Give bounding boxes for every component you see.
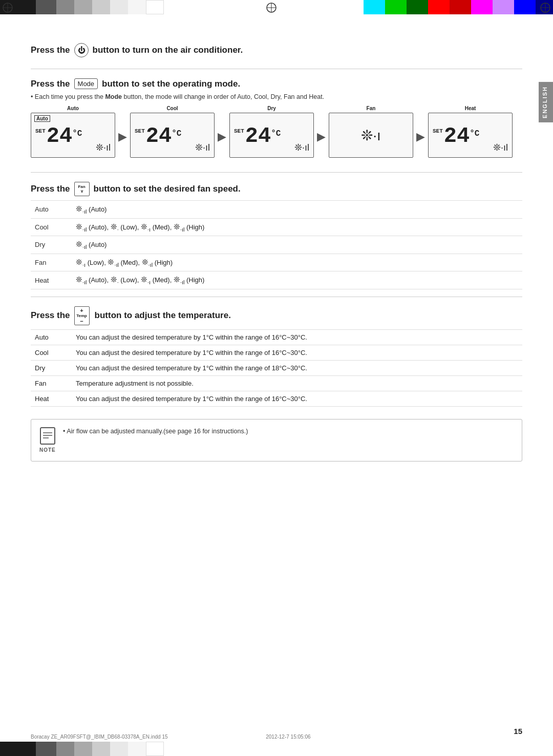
lcd-auto-wrapper: Auto Auto SET 24 °C ❊·ıl bbox=[31, 106, 115, 158]
temp-button-icon: + Temp − bbox=[74, 306, 90, 325]
temp-mode-dry: Dry bbox=[31, 360, 72, 375]
reg-mark-tr bbox=[540, 2, 551, 13]
temp-range-table: Auto You can adjust the desired temperat… bbox=[31, 329, 522, 407]
lcd-cool-fan-icon: ❊·ıl bbox=[195, 142, 210, 153]
arrow-1: ▶ bbox=[118, 130, 127, 143]
lcd-dry-label: Dry bbox=[267, 106, 276, 111]
temp-label: Temp bbox=[76, 313, 87, 318]
fan-row-fan: Fan ❊·ı (Low), ❊·ıl (Med), ❊·ıl (High) bbox=[31, 254, 522, 271]
fan-desc-fan: ❊·ı (Low), ❊·ıl (Med), ❊·ıl (High) bbox=[72, 254, 522, 271]
lcd-cool-display: SET 24 °C ❊·ıl bbox=[130, 113, 215, 158]
lcd-heat-wrapper: Heat SET 24 °C ❊·ıl bbox=[428, 106, 513, 158]
lcd-auto-fan-icon: ❊·ıl bbox=[96, 142, 111, 153]
temp-desc-dry: You can adjust the desired temperature b… bbox=[72, 360, 522, 375]
bullet-suffix: button, the mode will change in order of… bbox=[122, 93, 324, 100]
lcd-dry-set: SET bbox=[234, 129, 244, 134]
fan-speed-table: Auto ❊·ıl (Auto) Cool ❊·ıl (Auto), ❊· (L… bbox=[31, 200, 522, 289]
bullet-bold: Mode bbox=[105, 93, 122, 100]
lcd-auto-temp: SET 24 °C bbox=[35, 125, 82, 147]
lcd-fan-wrapper: Fan ❊·ı bbox=[329, 106, 413, 158]
section-mode: Press the Mode button to set the operati… bbox=[31, 69, 522, 170]
note-document-icon bbox=[39, 427, 56, 447]
footer-filename: Boracay ZE_AR09FSFT@_IBIM_DB68-03378A_EN… bbox=[31, 734, 168, 740]
lcd-heat-set: SET bbox=[433, 129, 443, 134]
temp-desc-fan: Temperature adjustment is not possible. bbox=[72, 375, 522, 391]
power-button-icon: ⏻ bbox=[74, 43, 89, 57]
fan-desc-auto: ❊·ıl (Auto) bbox=[72, 201, 522, 219]
lcd-cool-set: SET bbox=[135, 129, 145, 134]
bullet-prefix: Each time you press the bbox=[35, 93, 105, 100]
fan-mode-cool: Cool bbox=[31, 218, 72, 236]
main-content: Press the ⏻ button to turn on the air co… bbox=[31, 41, 522, 715]
lcd-fan-icon: ❊·ı bbox=[361, 127, 381, 144]
lcd-auto-display: Auto SET 24 °C ❊·ıl bbox=[31, 113, 115, 158]
temp-row-heat: Heat You can adjust the desired temperat… bbox=[31, 391, 522, 406]
arrow-2: ▶ bbox=[218, 130, 226, 143]
footer-date: 2012-12-7 15:05:06 bbox=[266, 734, 310, 740]
section-temp: Press the + Temp − button to adjust the … bbox=[31, 297, 522, 412]
note-content: • Air flow can be adjusted manually.(see… bbox=[63, 427, 248, 435]
bottom-color-bar bbox=[0, 742, 553, 756]
color-bar-left bbox=[0, 0, 195, 14]
fan-button-icon: Fan ∨ bbox=[74, 182, 90, 196]
reg-mark-tl bbox=[2, 2, 13, 13]
mode-button-icon: Mode bbox=[74, 78, 98, 89]
lcd-auto-number: 24 bbox=[47, 125, 72, 147]
section-fan-title: Press the Fan ∨ button to set the desire… bbox=[31, 182, 522, 196]
lcd-dry-temp: SET 24 °C bbox=[234, 125, 281, 147]
fan-title-suffix: button to set the desired fan speed. bbox=[94, 184, 241, 194]
lcd-cool-label: Cool bbox=[166, 106, 178, 111]
lcd-auto-label: Auto bbox=[67, 106, 79, 111]
fan-desc-dry: ❊·ıl (Auto) bbox=[72, 236, 522, 254]
note-icon-wrapper: NOTE bbox=[39, 427, 56, 454]
fan-row-auto: Auto ❊·ıl (Auto) bbox=[31, 201, 522, 219]
svg-rect-18 bbox=[40, 428, 55, 444]
color-bar-right bbox=[364, 0, 553, 14]
lcd-dry-fan-icon: ❊·ıl bbox=[294, 142, 309, 153]
reg-mark-tc bbox=[266, 2, 277, 13]
fan-mode-heat: Heat bbox=[31, 271, 72, 289]
fan-mode-auto: Auto bbox=[31, 201, 72, 219]
lcd-heat-display: SET 24 °C ❊·ıl bbox=[428, 113, 513, 158]
lcd-auto-mode-label: Auto bbox=[34, 115, 50, 122]
note-label: NOTE bbox=[39, 447, 56, 453]
temp-title-suffix: button to adjust the temperature. bbox=[95, 310, 231, 321]
temp-row-dry: Dry You can adjust the desired temperatu… bbox=[31, 360, 522, 375]
temp-mode-auto: Auto bbox=[31, 329, 72, 345]
lcd-cool-number: 24 bbox=[146, 125, 172, 147]
temp-row-fan: Fan Temperature adjustment is not possib… bbox=[31, 375, 522, 391]
temp-press-label: Press the bbox=[31, 310, 70, 321]
section-power-title: Press the ⏻ button to turn on the air co… bbox=[31, 43, 522, 57]
temp-desc-heat: You can adjust the desired temperature b… bbox=[72, 391, 522, 406]
side-language-label: ENGLISH bbox=[539, 82, 553, 122]
lcd-heat-fan-icon: ❊·ıl bbox=[493, 142, 508, 153]
fan-row-heat: Heat ❊·ıl (Auto), ❊· (Low), ❊·ı (Med), ❊… bbox=[31, 271, 522, 289]
temp-desc-cool: You can adjust the desired temperature b… bbox=[72, 345, 522, 360]
fan-mode-fan: Fan bbox=[31, 254, 72, 271]
lcd-dry-deg: °C bbox=[271, 130, 281, 138]
lcd-heat-number: 24 bbox=[444, 125, 470, 147]
temp-desc-auto: You can adjust the desired temperature b… bbox=[72, 329, 522, 345]
mode-bullet: • Each time you press the Mode button, t… bbox=[31, 93, 522, 100]
mode-title-suffix: button to set the operating mode. bbox=[102, 79, 240, 89]
section-power: Press the ⏻ button to turn on the air co… bbox=[31, 41, 522, 67]
lcd-auto-deg: °C bbox=[72, 130, 82, 138]
section-mode-title: Press the Mode button to set the operati… bbox=[31, 78, 522, 89]
fan-press-label: Press the bbox=[31, 184, 70, 194]
lcd-heat-deg: °C bbox=[470, 130, 479, 138]
temp-row-cool: Cool You can adjust the desired temperat… bbox=[31, 345, 522, 360]
temp-mode-heat: Heat bbox=[31, 391, 72, 406]
lcd-auto-set: SET bbox=[35, 129, 46, 134]
lcd-dry-wrapper: Dry SET 24 °C ❊·ıl bbox=[229, 106, 314, 158]
lcd-fan-label: Fan bbox=[367, 106, 376, 111]
fan-desc-heat: ❊·ıl (Auto), ❊· (Low), ❊·ı (Med), ❊·ıl (… bbox=[72, 271, 522, 289]
fan-row-cool: Cool ❊·ıl (Auto), ❊· (Low), ❊·ı (Med), ❊… bbox=[31, 218, 522, 236]
footer-info: Boracay ZE_AR09FSFT@_IBIM_DB68-03378A_EN… bbox=[31, 734, 311, 740]
lcd-mode-row: Auto Auto SET 24 °C ❊·ıl ▶ Cool SET bbox=[31, 106, 522, 158]
fan-mode-dry: Dry bbox=[31, 236, 72, 254]
press-the-label: Press the bbox=[31, 45, 70, 55]
temp-row-auto: Auto You can adjust the desired temperat… bbox=[31, 329, 522, 345]
lcd-cool-wrapper: Cool SET 24 °C ❊·ıl bbox=[130, 106, 215, 158]
note-text: • Air flow can be adjusted manually.(see… bbox=[63, 428, 248, 435]
temp-mode-cool: Cool bbox=[31, 345, 72, 360]
